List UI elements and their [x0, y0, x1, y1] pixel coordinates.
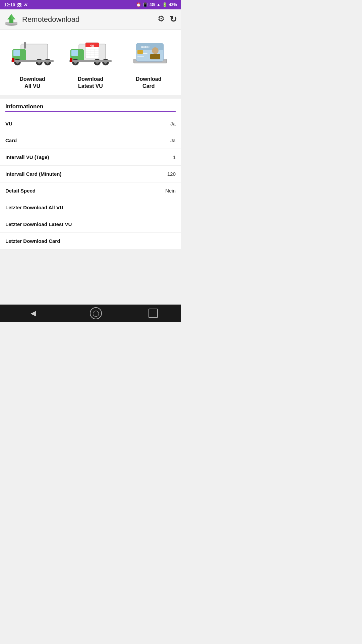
svg-rect-51: [137, 56, 144, 57]
refresh-button[interactable]: ↻: [170, 14, 177, 24]
info-label-vu: VU: [5, 121, 12, 126]
top-bar: Remotedownload ⚙ ↻: [0, 9, 181, 30]
info-value-card: Ja: [170, 138, 176, 143]
svg-text:90: 90: [90, 44, 94, 48]
info-value-intervall-card: 120: [167, 171, 176, 177]
info-title: Informationen: [5, 103, 176, 112]
info-section: Informationen VU Ja Card Ja Intervall VU…: [0, 99, 181, 249]
svg-rect-18: [24, 42, 26, 49]
info-label-intervall-card: Intervall Card (Minuten): [5, 171, 62, 177]
battery-level: 42%: [169, 2, 177, 7]
info-row-intervall-card: Intervall Card (Minuten) 120: [0, 166, 181, 182]
top-bar-actions: ⚙ ↻: [158, 14, 177, 24]
info-row-letzter-all-vu: Letzter Download All VU: [0, 199, 181, 216]
download-all-vu-button[interactable]: DownloadAll VU: [6, 36, 58, 90]
download-all-vu-label: DownloadAll VU: [19, 76, 45, 90]
back-button[interactable]: ◀: [23, 307, 43, 320]
battery-icon: 🔋: [162, 2, 167, 7]
download-card-icon: CARD: [127, 36, 170, 73]
svg-rect-50: [137, 55, 146, 55]
info-header: Informationen: [0, 99, 181, 115]
status-bar: 12:10 🖼 ✕ ⏰ 📳 4G ▲ 🔋 42%: [0, 0, 181, 9]
svg-rect-9: [13, 50, 20, 56]
info-value-detail-speed: Nein: [165, 188, 176, 194]
action-buttons-section: DownloadAll VU 90: [0, 30, 181, 95]
info-label-intervall-vu: Intervall VU (Tage): [5, 154, 49, 160]
status-time: 12:10: [4, 2, 15, 7]
info-row-letzter-latest-vu: Letzter Download Latest VU: [0, 216, 181, 233]
svg-rect-48: [150, 54, 160, 59]
svg-text:CARD: CARD: [141, 45, 149, 49]
info-label-letzter-latest-vu: Letzter Download Latest VU: [5, 221, 72, 227]
download-latest-vu-label: DownloadLatest VU: [78, 76, 103, 90]
download-all-vu-icon: [11, 36, 54, 73]
info-row-intervall-vu: Intervall VU (Tage) 1: [0, 149, 181, 166]
info-value-intervall-vu: 1: [173, 154, 176, 160]
info-label-letzter-all-vu: Letzter Download All VU: [5, 205, 63, 210]
info-label-detail-speed: Detail Speed: [5, 188, 36, 194]
network-type: 4G: [149, 2, 155, 7]
navigation-bar: ◀ ◯: [0, 305, 181, 322]
info-row-vu: VU Ja: [0, 115, 181, 132]
app-title: Remotedownload: [22, 15, 158, 24]
info-value-vu: Ja: [170, 121, 176, 126]
download-card-button[interactable]: CARD DownloadCard: [123, 36, 175, 90]
status-right: ⏰ 📳 4G ▲ 🔋 42%: [136, 2, 177, 7]
vibrate-icon: 📳: [143, 2, 148, 7]
svg-rect-40: [70, 58, 72, 62]
home-button[interactable]: ◯: [90, 307, 102, 319]
photo-icon: 🖼: [17, 2, 21, 7]
download-latest-vu-button[interactable]: 90 D: [64, 36, 116, 90]
download-latest-vu-icon: 90: [69, 36, 112, 73]
alarm-icon: ⏰: [136, 2, 141, 7]
x-icon: ✕: [23, 2, 27, 7]
status-left: 12:10 🖼 ✕: [4, 2, 27, 7]
app-logo: [4, 12, 19, 27]
svg-rect-39: [69, 60, 112, 62]
recents-button[interactable]: [148, 309, 158, 318]
info-label-card: Card: [5, 138, 17, 143]
settings-button[interactable]: ⚙: [158, 14, 165, 24]
svg-rect-17: [12, 58, 14, 62]
svg-marker-5: [11, 14, 15, 19]
svg-rect-45: [136, 48, 164, 50]
info-row-letzter-card: Letzter Download Card: [0, 233, 181, 249]
svg-point-47: [152, 47, 159, 54]
svg-rect-16: [11, 60, 54, 62]
info-row-detail-speed: Detail Speed Nein: [0, 182, 181, 199]
info-label-letzter-card: Letzter Download Card: [5, 238, 60, 244]
info-row-card: Card Ja: [0, 132, 181, 149]
svg-rect-32: [71, 50, 78, 56]
signal-icon: ▲: [157, 2, 161, 7]
download-card-label: DownloadCard: [136, 76, 161, 90]
